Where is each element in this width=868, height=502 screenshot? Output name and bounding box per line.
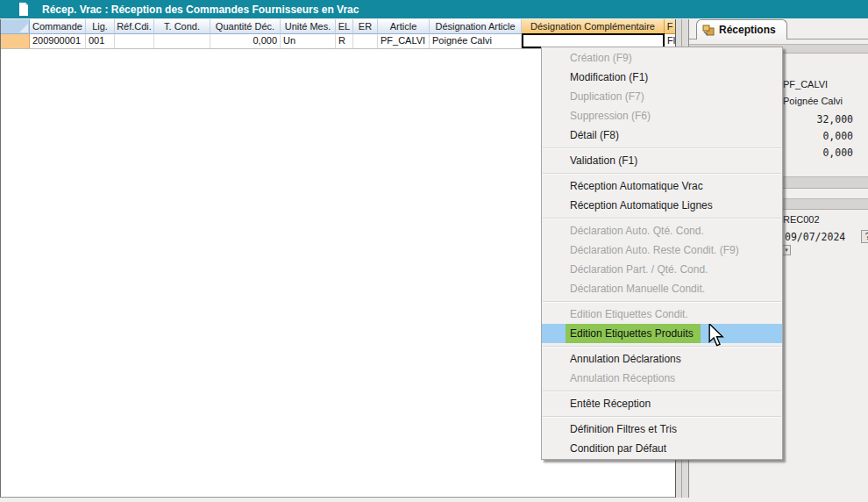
menu-item[interactable]: Définition Filtres et Tris — [542, 420, 782, 439]
context-menu: Création (F9)Modification (F1)Duplicatio… — [541, 47, 783, 460]
menu-item[interactable]: Réception Automatique Vrac — [542, 176, 782, 196]
document-icon — [18, 3, 29, 16]
menu-item[interactable]: Annulation Déclarations — [542, 349, 782, 369]
grid-cell[interactable] — [353, 34, 378, 48]
menu-item[interactable]: Condition par Défaut — [542, 439, 782, 458]
grid-bottom-strip — [0, 498, 689, 502]
menu-separator — [542, 145, 782, 151]
row-selector-cell[interactable] — [1, 34, 30, 48]
column-header[interactable]: Réf.Cdi. — [115, 19, 154, 34]
menu-item: Création (F9) — [542, 48, 782, 68]
menu-item: Duplication (F7) — [542, 87, 782, 106]
menu-item: Annulation Réceptions — [542, 369, 782, 388]
column-header[interactable]: ER — [353, 19, 378, 34]
menu-item-highlight-label: Edition Etiquettes Produits — [566, 324, 701, 343]
grid-cell[interactable] — [154, 34, 210, 48]
grid-cell[interactable]: PF_CALVI — [378, 34, 430, 48]
menu-separator — [542, 170, 782, 176]
menu-separator — [542, 388, 782, 394]
grid-cell[interactable]: 0,000 — [210, 34, 281, 48]
receptions-icon — [702, 25, 715, 36]
grid-cell[interactable]: Poignée Calvi — [430, 34, 522, 48]
panel-quantity-3: 0,000 — [822, 147, 853, 159]
menu-item[interactable]: Validation (F1) — [542, 151, 782, 170]
panel-article-designation: Poignée Calvi — [783, 96, 843, 106]
help-button[interactable]: ? — [861, 230, 868, 243]
column-header[interactable]: Unité Mes. — [281, 19, 336, 34]
window-title: Récep. Vrac : Réception des Commandes Fo… — [42, 4, 359, 16]
column-header[interactable]: Désignation Article — [430, 19, 522, 34]
menu-item: Déclaration Manuelle Condit. — [542, 279, 782, 298]
date-dropdown-button[interactable]: ▾ — [782, 245, 791, 255]
menu-separator — [542, 298, 782, 305]
panel-quantity-declared: 32,000 — [816, 113, 853, 126]
menu-item[interactable]: Edition Etiquettes Produits — [542, 324, 782, 343]
menu-separator — [542, 343, 782, 349]
menu-item: Edition Etiquettes Condit. — [542, 305, 782, 324]
grid-cell[interactable]: 200900001 — [30, 34, 86, 48]
column-header[interactable]: Commande — [30, 19, 86, 34]
menu-item[interactable]: Réception Automatique Lignes — [542, 196, 782, 215]
panel-reception-code: REC002 — [783, 214, 820, 225]
tab-receptions-label: Réceptions — [719, 24, 776, 36]
column-header[interactable]: Lig. — [86, 19, 115, 34]
grid-cell[interactable]: R — [336, 34, 353, 48]
column-header[interactable]: Article — [378, 19, 430, 34]
application-window: Récep. Vrac : Réception des Commandes Fo… — [0, 0, 868, 502]
menu-item: Déclaration Part. / Qté. Cond. — [542, 260, 782, 279]
column-header[interactable]: Désignation Complémentaire — [522, 19, 665, 34]
column-header[interactable]: Quantité Déc. — [210, 19, 281, 34]
column-header[interactable]: T. Cond. — [154, 19, 210, 34]
menu-item[interactable]: Entête Réception — [542, 394, 782, 413]
menu-item: Déclaration Auto. Qté. Cond. — [542, 221, 782, 240]
panel-reception-date: 09/07/2024 — [785, 231, 845, 243]
window-titlebar: Récep. Vrac : Réception des Commandes Fo… — [0, 0, 868, 18]
menu-item[interactable]: Modification (F1) — [542, 68, 782, 87]
tab-receptions[interactable]: Réceptions — [696, 19, 787, 39]
grid-header-row: CommandeLig.Réf.Cdi.T. Cond.Quantité Déc… — [1, 19, 675, 34]
column-header[interactable]: EL — [336, 19, 353, 34]
grid-cell[interactable]: 001 — [86, 34, 115, 48]
grid-cell[interactable]: Un — [281, 34, 336, 48]
select-all-triangle-icon — [19, 24, 28, 32]
panel-article-code: PF_CALVI — [783, 79, 828, 90]
select-all-header[interactable] — [1, 19, 30, 34]
grid-cell[interactable] — [115, 34, 154, 48]
panel-tabstrip: Réceptions — [689, 18, 868, 39]
menu-item: Déclaration Auto. Reste Condit. (F9) — [542, 240, 782, 260]
menu-separator — [542, 215, 782, 221]
menu-item: Suppression (F6) — [542, 106, 782, 126]
menu-item[interactable]: Détail (F8) — [542, 126, 782, 145]
panel-quantity-2: 0,000 — [822, 130, 853, 142]
menu-separator — [542, 413, 782, 420]
mouse-cursor-icon — [706, 324, 725, 347]
